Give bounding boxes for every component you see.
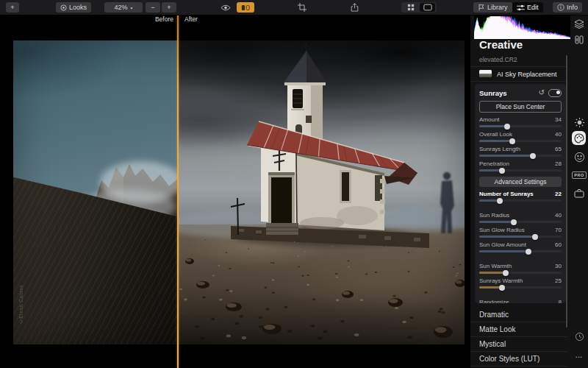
portrait-tab[interactable] [570,150,588,163]
info-button[interactable]: Info [553,2,582,13]
slider-knob[interactable] [532,234,538,240]
preview-eye-button[interactable] [218,2,233,13]
slider-label: Randomize [479,299,509,303]
photo-editor-window: + Looks 42%▾ − + [0,0,588,368]
more-options-button[interactable]: ••• [570,350,588,364]
slider-knob[interactable] [526,249,531,255]
advanced-settings-button[interactable]: Advanced Settings [479,177,562,187]
slider-sun-glow-amount[interactable]: Sun Glow Amount60 [479,241,562,252]
essentials-tab[interactable] [570,116,588,129]
slider-label: Number of Sunrays [479,191,534,197]
slider-value: 30 [555,263,562,269]
slider-knob[interactable] [497,198,503,204]
slider-track[interactable] [479,140,562,142]
slider-track[interactable] [479,155,562,157]
edit-button[interactable]: Edit [512,2,543,13]
sunrays-toggle[interactable] [548,89,562,97]
slider-track[interactable] [479,250,562,252]
crop-button[interactable] [295,2,309,13]
toolbar: + Looks 42%▾ − + [0,0,588,15]
share-button[interactable] [348,2,361,13]
slider-fill [479,250,528,252]
slider-knob[interactable] [503,270,509,276]
slider-sun-glow-radius[interactable]: Sun Glow Radius70 [479,227,562,238]
compare-divider-handle[interactable] [177,14,179,368]
layers-icon [574,19,584,29]
toolbox-tab[interactable] [570,186,588,199]
zoom-out-button[interactable]: − [146,2,160,13]
slider-track[interactable] [479,272,562,274]
section-matte-look[interactable]: Matte Look [470,322,567,336]
slider-fill [479,155,533,157]
slider-value: 65 [555,146,562,152]
slider-track[interactable] [479,221,562,223]
slider-knob[interactable] [530,153,536,159]
before-pane: ©Elena Caines [13,40,178,344]
slider-label: Sun Warmth [479,263,512,269]
slider-knob[interactable] [504,124,510,130]
slider-amount[interactable]: Amount34 [479,116,562,127]
slider-sun-radius[interactable]: Sun Radius40 [479,212,562,223]
reset-icon[interactable]: ↺ [539,89,545,96]
slider-knob[interactable] [499,168,505,174]
sun-icon [574,117,585,128]
compare-pages-button[interactable] [570,33,588,46]
palette-icon [574,133,584,144]
slider-label: Sun Glow Radius [479,227,525,233]
grid-icon [407,4,415,11]
slider-track[interactable] [479,125,562,127]
history-button[interactable] [570,330,588,343]
slider-track[interactable] [479,286,562,289]
panel-title: Creative [479,38,523,51]
sunrays-panel: Sunrays ↺ Place Sun Center Amount34Overa… [475,84,566,303]
add-button[interactable]: + [6,2,19,13]
slider-randomize[interactable]: Randomize8 [479,299,562,303]
section-label: Color Styles (LUT) [479,355,539,363]
looks-button[interactable]: Looks [56,2,91,13]
creative-tab-active[interactable] [572,131,586,145]
layers-button[interactable] [570,17,588,30]
place-sun-center-button[interactable]: Place Sun Center [479,101,562,113]
view-grid-button[interactable] [403,3,418,12]
slider-track[interactable] [479,199,562,202]
section-color-styles-lut[interactable]: Color Styles (LUT) [470,351,567,366]
view-single-button[interactable] [420,3,435,12]
slider-label: Sunrays Warmth [479,277,523,284]
library-button[interactable]: Library [473,2,512,13]
briefcase-icon [574,188,584,198]
slider-knob[interactable] [509,138,515,144]
share-icon [351,3,359,12]
pro-icon: PRO [572,171,586,179]
slider-label: Penetration [479,160,509,167]
professional-tab[interactable]: PRO [570,169,588,182]
filename: elevated.CR2 [479,56,517,63]
single-image-icon [423,4,432,11]
section-mystical[interactable]: Mystical [470,336,567,351]
slider-value: 28 [555,160,562,167]
zoom-in-button[interactable]: + [162,2,176,13]
before-after-pages-icon [575,35,584,44]
looks-icon [60,4,67,11]
edit-sliders-icon [517,4,525,11]
zoom-level-button[interactable]: 42%▾ [104,2,143,13]
slider-knob[interactable] [499,285,505,291]
compare-toggle-button[interactable] [237,2,254,13]
slider-overall-look[interactable]: Overall Look40 [479,131,562,142]
slider-penetration[interactable]: Penetration28 [479,160,562,171]
view-mode-group [401,2,437,13]
slider-track[interactable] [479,236,562,238]
slider-sunrays-warmth[interactable]: Sunrays Warmth25 [479,277,562,289]
slider-number-of-sunrays[interactable]: Number of Sunrays22 [479,191,562,202]
sidebar-item-ai-sky-replacement[interactable]: AI Sky Replacement [470,66,567,82]
library-flag-icon [478,4,485,11]
panel-scrollbar[interactable] [566,55,567,328]
chevron-down-icon: ▾ [131,5,133,10]
slider-track[interactable] [479,169,562,171]
slider-sun-warmth[interactable]: Sun Warmth30 [479,263,562,274]
slider-sunrays-length[interactable]: Sunrays Length65 [479,146,562,157]
slider-knob[interactable] [511,219,517,225]
section-dramatic[interactable]: Dramatic [470,308,567,322]
compare-icon [241,4,250,11]
section-label: Matte Look [479,325,515,333]
ai-sky-label: AI Sky Replacement [497,71,557,78]
